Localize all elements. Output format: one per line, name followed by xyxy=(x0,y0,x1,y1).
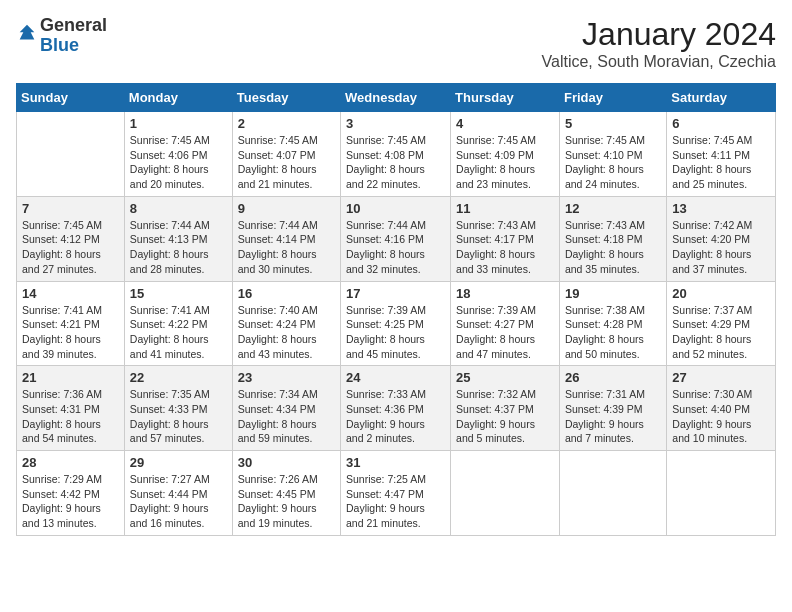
calendar-cell: 4Sunrise: 7:45 AM Sunset: 4:09 PM Daylig… xyxy=(451,112,560,197)
day-number: 5 xyxy=(565,116,661,131)
calendar-cell: 29Sunrise: 7:27 AM Sunset: 4:44 PM Dayli… xyxy=(124,451,232,536)
day-detail: Sunrise: 7:36 AM Sunset: 4:31 PM Dayligh… xyxy=(22,387,119,446)
calendar-cell: 25Sunrise: 7:32 AM Sunset: 4:37 PM Dayli… xyxy=(451,366,560,451)
day-number: 13 xyxy=(672,201,770,216)
calendar-week-row: 1Sunrise: 7:45 AM Sunset: 4:06 PM Daylig… xyxy=(17,112,776,197)
day-number: 12 xyxy=(565,201,661,216)
calendar-week-row: 7Sunrise: 7:45 AM Sunset: 4:12 PM Daylig… xyxy=(17,196,776,281)
day-number: 10 xyxy=(346,201,445,216)
day-number: 24 xyxy=(346,370,445,385)
day-detail: Sunrise: 7:31 AM Sunset: 4:39 PM Dayligh… xyxy=(565,387,661,446)
calendar-cell: 26Sunrise: 7:31 AM Sunset: 4:39 PM Dayli… xyxy=(559,366,666,451)
calendar-week-row: 21Sunrise: 7:36 AM Sunset: 4:31 PM Dayli… xyxy=(17,366,776,451)
day-detail: Sunrise: 7:41 AM Sunset: 4:21 PM Dayligh… xyxy=(22,303,119,362)
day-number: 27 xyxy=(672,370,770,385)
day-detail: Sunrise: 7:29 AM Sunset: 4:42 PM Dayligh… xyxy=(22,472,119,531)
weekday-header-tuesday: Tuesday xyxy=(232,84,340,112)
calendar-cell xyxy=(667,451,776,536)
day-detail: Sunrise: 7:39 AM Sunset: 4:27 PM Dayligh… xyxy=(456,303,554,362)
weekday-header-wednesday: Wednesday xyxy=(341,84,451,112)
calendar-cell: 9Sunrise: 7:44 AM Sunset: 4:14 PM Daylig… xyxy=(232,196,340,281)
calendar-cell: 2Sunrise: 7:45 AM Sunset: 4:07 PM Daylig… xyxy=(232,112,340,197)
day-detail: Sunrise: 7:41 AM Sunset: 4:22 PM Dayligh… xyxy=(130,303,227,362)
calendar-cell: 11Sunrise: 7:43 AM Sunset: 4:17 PM Dayli… xyxy=(451,196,560,281)
day-number: 1 xyxy=(130,116,227,131)
day-number: 2 xyxy=(238,116,335,131)
day-number: 30 xyxy=(238,455,335,470)
day-number: 11 xyxy=(456,201,554,216)
calendar-cell: 16Sunrise: 7:40 AM Sunset: 4:24 PM Dayli… xyxy=(232,281,340,366)
day-number: 15 xyxy=(130,286,227,301)
logo-blue: Blue xyxy=(40,35,79,55)
calendar-week-row: 14Sunrise: 7:41 AM Sunset: 4:21 PM Dayli… xyxy=(17,281,776,366)
calendar-cell: 27Sunrise: 7:30 AM Sunset: 4:40 PM Dayli… xyxy=(667,366,776,451)
day-number: 8 xyxy=(130,201,227,216)
calendar-cell: 19Sunrise: 7:38 AM Sunset: 4:28 PM Dayli… xyxy=(559,281,666,366)
calendar-cell: 13Sunrise: 7:42 AM Sunset: 4:20 PM Dayli… xyxy=(667,196,776,281)
day-number: 28 xyxy=(22,455,119,470)
day-detail: Sunrise: 7:25 AM Sunset: 4:47 PM Dayligh… xyxy=(346,472,445,531)
calendar-cell: 22Sunrise: 7:35 AM Sunset: 4:33 PM Dayli… xyxy=(124,366,232,451)
weekday-header-saturday: Saturday xyxy=(667,84,776,112)
day-number: 6 xyxy=(672,116,770,131)
day-number: 31 xyxy=(346,455,445,470)
calendar-cell: 6Sunrise: 7:45 AM Sunset: 4:11 PM Daylig… xyxy=(667,112,776,197)
calendar-cell xyxy=(451,451,560,536)
calendar-cell xyxy=(559,451,666,536)
day-detail: Sunrise: 7:30 AM Sunset: 4:40 PM Dayligh… xyxy=(672,387,770,446)
day-number: 22 xyxy=(130,370,227,385)
calendar-cell: 8Sunrise: 7:44 AM Sunset: 4:13 PM Daylig… xyxy=(124,196,232,281)
weekday-header-sunday: Sunday xyxy=(17,84,125,112)
logo-icon xyxy=(16,23,38,45)
day-number: 4 xyxy=(456,116,554,131)
calendar-cell: 7Sunrise: 7:45 AM Sunset: 4:12 PM Daylig… xyxy=(17,196,125,281)
day-detail: Sunrise: 7:45 AM Sunset: 4:12 PM Dayligh… xyxy=(22,218,119,277)
day-number: 29 xyxy=(130,455,227,470)
calendar-table: SundayMondayTuesdayWednesdayThursdayFrid… xyxy=(16,83,776,536)
calendar-cell: 12Sunrise: 7:43 AM Sunset: 4:18 PM Dayli… xyxy=(559,196,666,281)
page-header: General Blue January 2024 Valtice, South… xyxy=(16,16,776,71)
calendar-cell: 28Sunrise: 7:29 AM Sunset: 4:42 PM Dayli… xyxy=(17,451,125,536)
weekday-header-friday: Friday xyxy=(559,84,666,112)
logo-text: General Blue xyxy=(40,16,107,56)
day-number: 25 xyxy=(456,370,554,385)
day-detail: Sunrise: 7:45 AM Sunset: 4:09 PM Dayligh… xyxy=(456,133,554,192)
title-block: January 2024 Valtice, South Moravian, Cz… xyxy=(542,16,776,71)
day-number: 19 xyxy=(565,286,661,301)
calendar-cell: 24Sunrise: 7:33 AM Sunset: 4:36 PM Dayli… xyxy=(341,366,451,451)
day-detail: Sunrise: 7:44 AM Sunset: 4:13 PM Dayligh… xyxy=(130,218,227,277)
day-detail: Sunrise: 7:37 AM Sunset: 4:29 PM Dayligh… xyxy=(672,303,770,362)
svg-marker-0 xyxy=(20,25,35,40)
day-detail: Sunrise: 7:39 AM Sunset: 4:25 PM Dayligh… xyxy=(346,303,445,362)
calendar-cell: 23Sunrise: 7:34 AM Sunset: 4:34 PM Dayli… xyxy=(232,366,340,451)
day-number: 3 xyxy=(346,116,445,131)
calendar-cell: 18Sunrise: 7:39 AM Sunset: 4:27 PM Dayli… xyxy=(451,281,560,366)
day-detail: Sunrise: 7:43 AM Sunset: 4:18 PM Dayligh… xyxy=(565,218,661,277)
day-detail: Sunrise: 7:44 AM Sunset: 4:16 PM Dayligh… xyxy=(346,218,445,277)
day-number: 23 xyxy=(238,370,335,385)
day-number: 9 xyxy=(238,201,335,216)
logo: General Blue xyxy=(16,16,107,56)
day-number: 21 xyxy=(22,370,119,385)
day-detail: Sunrise: 7:38 AM Sunset: 4:28 PM Dayligh… xyxy=(565,303,661,362)
day-detail: Sunrise: 7:45 AM Sunset: 4:07 PM Dayligh… xyxy=(238,133,335,192)
calendar-cell: 21Sunrise: 7:36 AM Sunset: 4:31 PM Dayli… xyxy=(17,366,125,451)
day-detail: Sunrise: 7:27 AM Sunset: 4:44 PM Dayligh… xyxy=(130,472,227,531)
calendar-cell: 31Sunrise: 7:25 AM Sunset: 4:47 PM Dayli… xyxy=(341,451,451,536)
day-detail: Sunrise: 7:45 AM Sunset: 4:11 PM Dayligh… xyxy=(672,133,770,192)
day-detail: Sunrise: 7:45 AM Sunset: 4:08 PM Dayligh… xyxy=(346,133,445,192)
calendar-cell: 5Sunrise: 7:45 AM Sunset: 4:10 PM Daylig… xyxy=(559,112,666,197)
day-detail: Sunrise: 7:34 AM Sunset: 4:34 PM Dayligh… xyxy=(238,387,335,446)
calendar-cell: 17Sunrise: 7:39 AM Sunset: 4:25 PM Dayli… xyxy=(341,281,451,366)
calendar-cell: 10Sunrise: 7:44 AM Sunset: 4:16 PM Dayli… xyxy=(341,196,451,281)
weekday-header-row: SundayMondayTuesdayWednesdayThursdayFrid… xyxy=(17,84,776,112)
calendar-cell: 1Sunrise: 7:45 AM Sunset: 4:06 PM Daylig… xyxy=(124,112,232,197)
day-detail: Sunrise: 7:42 AM Sunset: 4:20 PM Dayligh… xyxy=(672,218,770,277)
calendar-cell xyxy=(17,112,125,197)
location: Valtice, South Moravian, Czechia xyxy=(542,53,776,71)
day-detail: Sunrise: 7:32 AM Sunset: 4:37 PM Dayligh… xyxy=(456,387,554,446)
weekday-header-monday: Monday xyxy=(124,84,232,112)
day-number: 17 xyxy=(346,286,445,301)
day-detail: Sunrise: 7:33 AM Sunset: 4:36 PM Dayligh… xyxy=(346,387,445,446)
weekday-header-thursday: Thursday xyxy=(451,84,560,112)
